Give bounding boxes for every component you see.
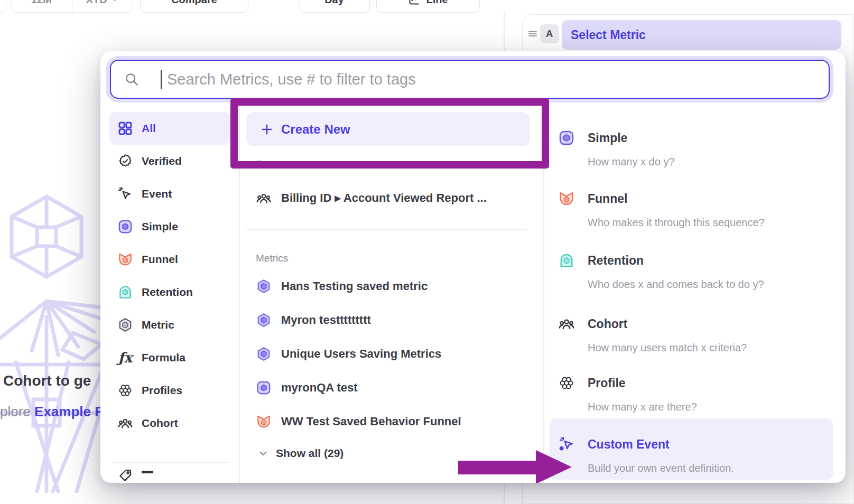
type-description: Who does x and comes back to do y? [588,277,846,292]
recent-item-billing[interactable]: Billing ID ▸ Account Viewed Report ... [256,181,536,215]
metric-list-item[interactable]: WW Test Saved Behavior Funnel [256,405,536,438]
simple-square-icon [256,380,272,396]
plus-icon [260,123,274,136]
retention-arch-icon [558,252,575,269]
sidebar-item-formula[interactable]: ƒx Formula [109,341,231,374]
range-12m-button[interactable]: 12M [11,0,72,12]
range-xtd-button[interactable]: XTD [72,0,133,12]
metric-type-funnel[interactable]: Funnel Who makes it through this sequenc… [558,188,846,230]
metric-hexagon-icon [256,312,272,328]
metric-list-item[interactable]: Hans Testing saved metric [256,269,536,303]
sidebar-item-label: Formula [142,351,185,364]
metric-list-item[interactable]: Myron testtttttttt [256,303,536,337]
sidebar-divider [239,105,240,483]
sidebar-item-label: Cohort [142,417,178,430]
sidebar-item-label: Verified [142,155,182,167]
sidebar-item-label: Event [142,188,172,200]
recent-item-label: Billing ID ▸ Account Viewed Report ... [281,191,487,205]
recents-header: Recents [256,158,293,170]
metric-type-retention[interactable]: Retention Who does x and comes back to d… [558,249,846,292]
metric-item-label: Myron testtttttttt [281,313,371,327]
tag-icon [117,468,133,483]
type-description: How many x are there? [588,399,846,414]
funnel-icon [256,414,272,430]
sidebar-item-label: Profiles [142,384,182,397]
sidebar-item-verified[interactable]: Verified [109,145,231,178]
type-title: Cohort [588,317,627,331]
funnel-icon [558,190,575,207]
subline-text: plore [0,404,34,419]
list-divider [543,105,544,483]
verified-badge-icon [117,153,133,169]
sidebar-item-tags-partial[interactable] [109,460,231,483]
simple-square-icon [117,219,133,235]
chevron-down-icon [257,447,270,460]
metric-type-simple[interactable]: Simple How many x do y? [558,127,846,169]
funnel-icon [117,251,133,267]
show-all-label: Show all (29) [276,447,344,460]
sidebar-item-label: Metric [142,319,174,331]
create-new-label: Create New [281,122,350,137]
metric-item-label: Hans Testing saved metric [281,279,428,293]
metric-item-label: WW Test Saved Behavior Funnel [281,415,461,428]
clause-letter-badge: A [540,24,559,43]
show-all-toggle[interactable]: Show all (29) [257,436,468,470]
line-chart-icon [408,0,421,6]
background-illustration [0,174,103,504]
text-caret [161,70,162,89]
custom-event-icon [558,436,575,453]
range-xtd-label: XTD [86,0,107,6]
metric-list-item[interactable]: myronQA test [256,371,536,405]
sidebar-item-retention[interactable]: Retention [109,276,231,309]
metric-type-custom-event[interactable]: Custom Event Build your own event defini… [558,433,846,475]
metric-hexagon-icon [256,346,272,362]
day-label: Day [324,0,344,6]
sidebar-item-funnel[interactable]: Funnel [109,243,231,276]
profiles-flower-icon [558,375,575,391]
date-range-segmented-control: 12M XTD [11,0,133,13]
partial-toolbar-button[interactable] [0,0,6,13]
retention-arch-icon [117,284,133,300]
event-cursor-icon [117,186,133,202]
sidebar-item-simple[interactable]: Simple [109,210,231,243]
formula-fx-icon: ƒx [117,350,133,366]
type-title: Funnel [588,192,627,206]
metric-type-profile[interactable]: Profile How many x are there? [558,372,846,414]
grid-icon [117,120,133,136]
clipped-label-fragment [142,471,153,473]
type-title: Custom Event [588,437,670,452]
sidebar-item-label: All [142,122,156,135]
metric-picker-modal: All Verified Event Simple Funnel Retenti… [100,51,846,483]
sidebar-item-event[interactable]: Event [109,178,231,210]
cohort-people-icon [558,315,575,332]
granularity-day-button[interactable]: Day [299,0,370,13]
sidebar-item-label: Funnel [142,253,178,266]
drag-handle-icon[interactable] [526,27,539,40]
metric-item-label: Unique Users Saving Metrics [281,347,441,361]
compare-button[interactable]: Compare [140,0,248,13]
search-input[interactable] [110,60,830,99]
cohort-people-icon [256,190,272,206]
metrics-header: Metrics [256,253,288,264]
cohort-people-icon [117,415,133,431]
sidebar-item-profiles[interactable]: Profiles [109,374,231,407]
chevron-down-icon [110,0,119,4]
compare-label: Compare [171,0,217,6]
sidebar-item-metric[interactable]: Metric [109,309,231,341]
metric-list-item[interactable]: Unique Users Saving Metrics [256,337,536,371]
sidebar-item-cohort[interactable]: Cohort [109,407,231,440]
empty-state-headline: Cohort to ge [3,372,100,389]
metric-hexagon-icon [117,317,133,333]
type-description: How many users match x criteria? [588,340,846,355]
metric-item-label: myronQA test [281,381,358,395]
simple-square-icon [558,129,575,146]
select-metric-pill[interactable]: Select Metric [562,20,841,50]
create-new-button[interactable]: Create New [246,112,530,146]
line-label: Line [426,0,448,6]
chart-type-line-button[interactable]: Line [376,0,480,13]
sidebar-item-all[interactable]: All [109,112,231,145]
range-12m-label: 12M [31,0,52,6]
metric-type-cohort[interactable]: Cohort How many users match x criteria? [558,313,846,355]
example-reports-link[interactable]: Example R [34,404,100,419]
type-description: How many x do y? [588,154,846,169]
